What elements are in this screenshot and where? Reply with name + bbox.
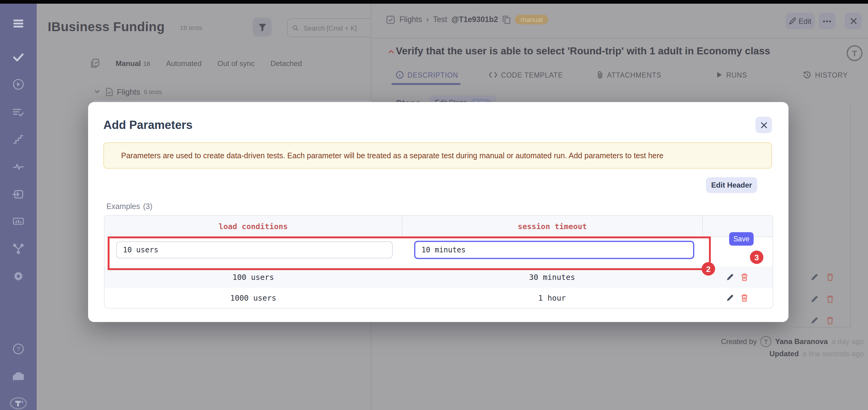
close-icon: [760, 121, 767, 129]
edit-row-button[interactable]: [726, 294, 734, 302]
edit-row-button[interactable]: [726, 273, 734, 281]
cell-load-conditions: 1000 users: [104, 288, 402, 307]
delete-row-button[interactable]: [740, 273, 748, 281]
app-root: ? IBusiness Funding 18 tests: [0, 0, 868, 410]
info-banner: Parameters are used to create data-drive…: [103, 142, 772, 169]
examples-count: (3): [143, 202, 153, 211]
add-parameters-modal: Add Parameters Parameters are used to cr…: [88, 102, 788, 322]
edit-header-button[interactable]: Edit Header: [706, 177, 757, 193]
column-separator: [702, 216, 703, 236]
annotation-badge-2: 2: [702, 262, 715, 276]
delete-row-button[interactable]: [740, 294, 748, 302]
table-row: 1000 users 1 hour: [104, 288, 773, 307]
annotation-box-step2: [108, 236, 711, 270]
modal-close-button[interactable]: [755, 117, 772, 133]
cell-session-timeout: 1 hour: [402, 288, 702, 307]
column-header-session-timeout: session timeout: [403, 216, 702, 236]
annotation-badge-3: 3: [750, 250, 764, 264]
column-header-load-conditions: load conditions: [104, 216, 402, 236]
save-button[interactable]: Save: [729, 232, 754, 246]
examples-heading: Examples(3): [103, 200, 152, 211]
modal-title: Add Parameters: [103, 118, 192, 132]
table-header-row: load conditions session timeout: [104, 216, 773, 237]
